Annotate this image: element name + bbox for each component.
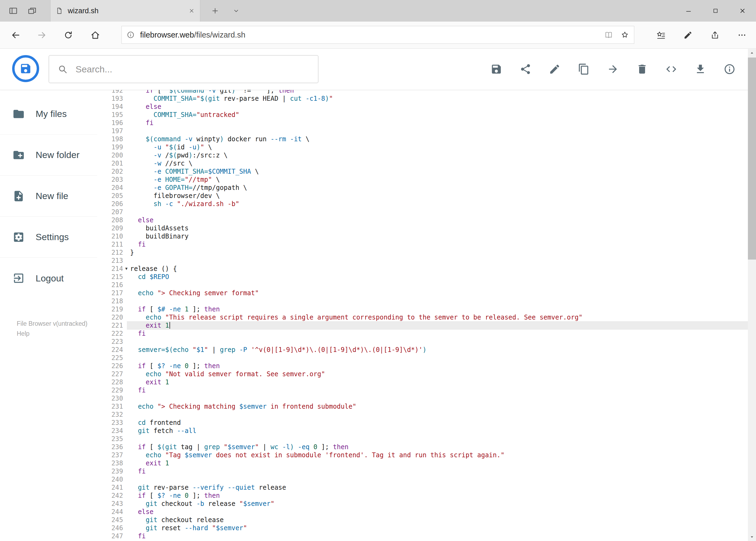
code-line-238[interactable]: 238 exit 1 [97, 459, 748, 467]
tab-close-icon[interactable] [189, 8, 195, 14]
code-line-225[interactable]: 225 [97, 354, 748, 362]
code-line-220[interactable]: 220 echo "This release script requires a… [97, 313, 748, 321]
code-line-226[interactable]: 226 if [ $? -ne 0 ]; then [97, 362, 748, 370]
app-logo[interactable] [12, 55, 39, 82]
code-line-229[interactable]: 229 fi [97, 386, 748, 394]
refresh-button[interactable] [58, 22, 79, 49]
code-button[interactable] [665, 63, 677, 75]
code-line-215[interactable]: 215 cd $REPO [97, 273, 748, 281]
code-line-201[interactable]: 201 -w //src \ [97, 159, 748, 168]
code-line-209[interactable]: 209 buildAssets [97, 224, 748, 232]
save-button[interactable] [490, 63, 502, 75]
maximize-button[interactable] [702, 0, 729, 22]
code-line-235[interactable]: 235 [97, 435, 748, 443]
tab-list-button[interactable] [227, 0, 246, 22]
code-line-221[interactable]: 221 exit 1 [97, 321, 748, 329]
sidebar-item-new-file[interactable]: New file [0, 176, 97, 217]
copy-button[interactable] [578, 63, 590, 75]
web-note-button[interactable] [676, 22, 700, 49]
scrollbar-thumb[interactable] [748, 58, 756, 260]
code-line-234[interactable]: 234 git fetch --all [97, 427, 748, 435]
code-line-232[interactable]: 232 [97, 410, 748, 419]
address-bar[interactable]: filebrowser.web/files/wizard.sh [122, 26, 634, 44]
code-line-214[interactable]: 214▾release () { [97, 265, 748, 273]
code-line-216[interactable]: 216 [97, 281, 748, 289]
scroll-up-button[interactable] [748, 49, 756, 57]
sidebar-item-my-files[interactable]: My files [0, 94, 97, 135]
download-button[interactable] [694, 63, 706, 75]
close-window-button[interactable] [729, 0, 756, 22]
code-line-206[interactable]: 206 sh -c "./wizard.sh -b" [97, 200, 748, 208]
minimize-button[interactable] [675, 0, 702, 22]
code-line-195[interactable]: 195 COMMIT_SHA="untracked" [97, 111, 748, 119]
tabs-preview-button[interactable] [4, 0, 23, 22]
code-line-224[interactable]: 224 semver=$(echo "$1" | grep -P '^v(0|[… [97, 346, 748, 354]
help-link[interactable]: Help [17, 329, 88, 339]
code-line-242[interactable]: 242 if [ $? -ne 0 ]; then [97, 492, 748, 500]
edit-button[interactable] [549, 63, 561, 75]
sidebar-item-settings[interactable]: Settings [0, 217, 97, 258]
delete-button[interactable] [636, 63, 648, 75]
share-page-button[interactable] [703, 22, 727, 49]
fold-toggle-icon[interactable]: ▾ [125, 265, 130, 272]
code-line-219[interactable]: 219 if [ $# -ne 1 ]; then [97, 305, 748, 313]
code-line-222[interactable]: 222 fi [97, 329, 748, 337]
tab-wizard-sh[interactable]: wizard.sh [50, 0, 200, 22]
code-line-245[interactable]: 245 git checkout release [97, 516, 748, 524]
code-line-198[interactable]: 198 $(command -v winpty) docker run --rm… [97, 135, 748, 143]
code-line-210[interactable]: 210 buildBinary [97, 232, 748, 241]
code-line-205[interactable]: 205 filebrowser/dev \ [97, 192, 748, 200]
code-line-244[interactable]: 244 else [97, 508, 748, 516]
add-favorite-icon[interactable] [621, 31, 629, 39]
code-line-228[interactable]: 228 exit 1 [97, 378, 748, 386]
code-line-211[interactable]: 211 fi [97, 241, 748, 249]
code-line-204[interactable]: 204 -e GOPATH=//tmp/gopath \ [97, 184, 748, 192]
code-line-233[interactable]: 233 cd frontend [97, 419, 748, 427]
code-line-247[interactable]: 247 fi [97, 532, 748, 540]
code-line-243[interactable]: 243 git checkout -b release "$semver" [97, 500, 748, 508]
code-line-231[interactable]: 231 echo "> Checking matching $semver in… [97, 402, 748, 410]
sidebar-item-logout[interactable]: Logout [0, 258, 97, 299]
hub-favorites-button[interactable] [649, 22, 673, 49]
code-line-202[interactable]: 202 -e COMMIT_SHA=$COMMIT_SHA \ [97, 168, 748, 176]
back-button[interactable] [5, 22, 26, 49]
code-line-227[interactable]: 227 echo "Not valid semver format. See s… [97, 370, 748, 378]
home-button[interactable] [85, 22, 106, 49]
code-line-193[interactable]: 193 COMMIT_SHA="$(git rev-parse HEAD | c… [97, 95, 748, 103]
code-line-230[interactable]: 230 [97, 394, 748, 402]
sidebar-item-new-folder[interactable]: New folder [0, 135, 97, 176]
code-line-207[interactable]: 207 [97, 208, 748, 216]
page-scrollbar[interactable] [748, 49, 756, 541]
code-line-208[interactable]: 208 else [97, 216, 748, 224]
search-input[interactable] [75, 64, 309, 75]
code-line-217[interactable]: 217 echo "> Checking semver format" [97, 289, 748, 297]
move-button[interactable] [607, 63, 619, 75]
code-line-241[interactable]: 241 git rev-parse --verify --quiet relea… [97, 483, 748, 492]
code-line-196[interactable]: 196 fi [97, 119, 748, 127]
reading-view-icon[interactable] [604, 31, 613, 39]
code-line-223[interactable]: 223 [97, 337, 748, 346]
code-line-240[interactable]: 240 [97, 475, 748, 483]
code-line-197[interactable]: 197 [97, 127, 748, 135]
code-line-200[interactable]: 200 -v /$(pwd):/src:z \ [97, 151, 748, 159]
code-line-199[interactable]: 199 -u "$(id -u)" \ [97, 143, 748, 151]
code-line-194[interactable]: 194 else [97, 103, 748, 111]
code-line-246[interactable]: 246 git reset --hard "$semver" [97, 524, 748, 532]
search-box[interactable] [49, 55, 319, 83]
new-tab-button[interactable] [206, 0, 225, 22]
code-line-236[interactable]: 236 if [ $(git tag | grep "$semver" | wc… [97, 443, 748, 451]
code-line-213[interactable]: 213 [97, 257, 748, 265]
settings-menu-button[interactable] [730, 22, 754, 49]
info-button[interactable] [724, 63, 735, 75]
share-button[interactable] [520, 63, 531, 75]
scroll-down-button[interactable] [748, 533, 756, 541]
code-line-237[interactable]: 237 echo "Tag $semver does not exist in … [97, 451, 748, 459]
code-line-239[interactable]: 239 fi [97, 467, 748, 475]
set-tabs-aside-button[interactable] [23, 0, 42, 22]
code-line-203[interactable]: 203 -e HOME="//tmp" \ [97, 176, 748, 184]
code-line-218[interactable]: 218 [97, 297, 748, 305]
code-line-212[interactable]: 212} [97, 249, 748, 257]
forward-button[interactable] [31, 22, 53, 49]
code-editor[interactable]: 192 if [ "$(command -v git)" != "" ]; th… [97, 90, 748, 541]
site-info-icon[interactable] [126, 31, 135, 39]
